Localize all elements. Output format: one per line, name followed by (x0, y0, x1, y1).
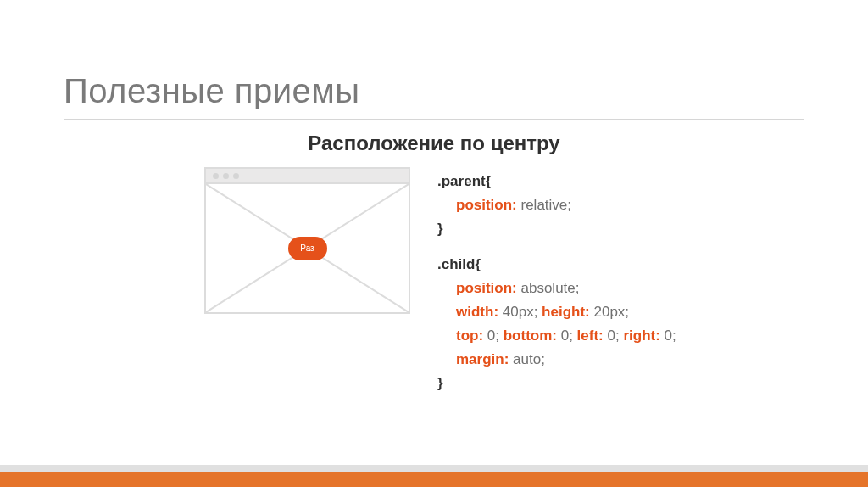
css-value: 0; (483, 327, 504, 344)
css-value: 0; (604, 327, 624, 344)
css-value: 40px; (498, 304, 542, 320)
css-value: absolute; (517, 280, 580, 296)
code-line: .child{ (437, 253, 676, 277)
css-property: position: (456, 280, 517, 296)
code-block: .parent{ position: relative; } .child{ p… (437, 170, 676, 395)
css-property: top: (456, 327, 483, 344)
css-value: 0; (557, 327, 577, 344)
window-dot-icon (233, 173, 239, 179)
css-property: right: (623, 327, 659, 344)
browser-viewport: Раз (206, 184, 409, 312)
css-property: left: (577, 327, 604, 344)
css-value: 0; (660, 327, 676, 344)
brace: } (437, 375, 443, 391)
slide-title: Полезные приемы (64, 72, 360, 110)
css-value: relative; (517, 197, 571, 213)
selector: .child{ (437, 256, 481, 272)
slide-footer (0, 465, 868, 487)
title-underline (64, 119, 804, 120)
code-line: } (437, 217, 676, 241)
slide: Полезные приемы Расположение по центру Р… (0, 0, 868, 487)
selector: .parent{ (437, 173, 491, 189)
footer-bar-light (0, 465, 868, 472)
css-property: height: (542, 304, 590, 320)
brace: } (437, 221, 443, 237)
footer-bar-orange (0, 472, 868, 487)
css-property: width: (456, 304, 498, 320)
slide-subtitle: Расположение по центру (0, 132, 868, 155)
code-line: position: relative; (437, 193, 676, 217)
css-property: bottom: (504, 327, 557, 344)
code-line: width: 40px; height: 20px; (437, 300, 676, 324)
css-value: 20px; (590, 304, 629, 320)
code-line: .parent{ (437, 170, 676, 193)
browser-titlebar (206, 169, 409, 184)
code-line: position: absolute; (437, 277, 676, 300)
css-property: margin: (456, 351, 509, 367)
browser-mockup: Раз (204, 167, 410, 314)
window-dot-icon (213, 173, 219, 179)
code-line: } (437, 372, 676, 395)
css-property: position: (456, 197, 517, 213)
window-dot-icon (223, 173, 229, 179)
code-line: top: 0; bottom: 0; left: 0; right: 0; (437, 324, 676, 348)
css-value: auto; (509, 351, 545, 367)
code-line: margin: auto; (437, 348, 676, 372)
centered-pill: Раз (288, 237, 327, 260)
